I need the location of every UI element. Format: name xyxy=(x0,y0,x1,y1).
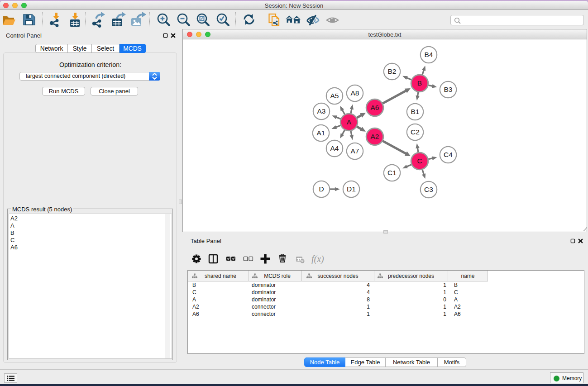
svg-text:B3: B3 xyxy=(444,86,453,93)
svg-text:A7: A7 xyxy=(351,147,359,155)
svg-text:A4: A4 xyxy=(330,144,339,152)
svg-text:B2: B2 xyxy=(388,67,397,75)
svg-text:A3: A3 xyxy=(317,107,326,115)
svg-text:C: C xyxy=(417,157,422,165)
svg-text:D1: D1 xyxy=(347,185,356,193)
svg-text:B1: B1 xyxy=(411,108,420,115)
svg-text:C2: C2 xyxy=(411,128,420,136)
svg-text:C1: C1 xyxy=(387,169,397,176)
svg-text:A: A xyxy=(347,118,352,126)
svg-text:A2: A2 xyxy=(371,133,379,140)
svg-text:f(x): f(x) xyxy=(311,254,324,264)
svg-text:B: B xyxy=(417,79,422,87)
svg-text:A6: A6 xyxy=(371,104,379,111)
svg-text:B4: B4 xyxy=(425,51,433,58)
svg-text:C3: C3 xyxy=(424,186,433,193)
svg-text:A1: A1 xyxy=(317,129,325,137)
svg-text:D: D xyxy=(319,185,324,193)
svg-text:C4: C4 xyxy=(444,151,453,158)
svg-text:A8: A8 xyxy=(351,89,359,97)
svg-text:A5: A5 xyxy=(330,92,339,100)
